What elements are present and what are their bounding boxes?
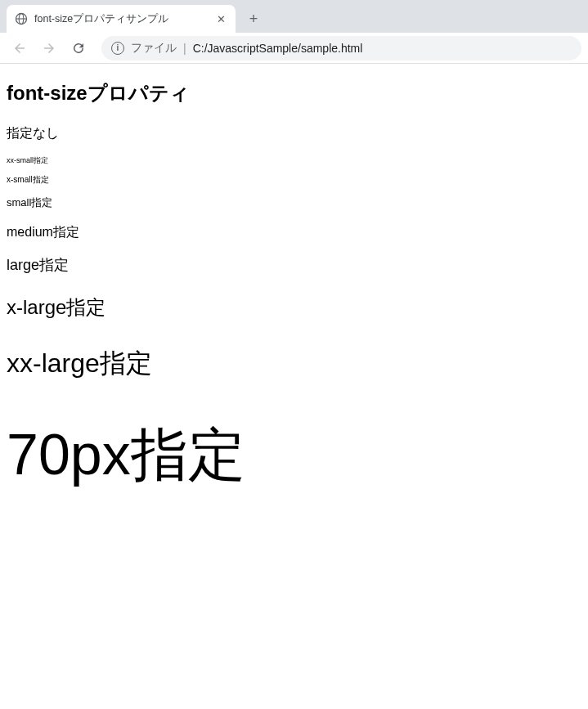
address-bar[interactable]: i ファイル | C:/JavascriptSample/sample.html <box>101 36 581 61</box>
page-heading: font-sizeプロパティ <box>7 80 581 106</box>
toolbar: i ファイル | C:/JavascriptSample/sample.html <box>0 33 588 64</box>
tab-title: font-sizeプロパティサンプル <box>34 12 208 26</box>
sample-x-small: x-small指定 <box>7 174 581 186</box>
sample-xx-large: xx-large指定 <box>7 345 581 382</box>
sample-large: large指定 <box>7 255 581 276</box>
font-samples: 指定なし xx-small指定 x-small指定 small指定 medium… <box>7 124 581 495</box>
sample-medium: medium指定 <box>7 223 581 241</box>
address-path: C:/JavascriptSample/sample.html <box>193 42 363 55</box>
sample-xx-small: xx-small指定 <box>7 155 581 166</box>
sample-x-large: x-large指定 <box>7 294 581 321</box>
sample-70px: 70px指定 <box>7 415 581 495</box>
browser-tab[interactable]: font-sizeプロパティサンプル ✕ <box>7 5 236 33</box>
back-button[interactable] <box>7 35 33 61</box>
address-separator: | <box>183 42 186 55</box>
sample-small: small指定 <box>7 195 581 210</box>
forward-button[interactable] <box>36 35 62 61</box>
address-prefix: ファイル <box>131 41 177 56</box>
tab-strip: font-sizeプロパティサンプル ✕ + <box>0 0 588 33</box>
sample-default: 指定なし <box>7 124 581 142</box>
reload-button[interactable] <box>65 35 92 61</box>
new-tab-button[interactable]: + <box>242 7 265 30</box>
globe-icon <box>15 12 28 25</box>
page-content: font-sizeプロパティ 指定なし xx-small指定 x-small指定… <box>0 64 588 514</box>
close-icon[interactable]: ✕ <box>214 12 227 25</box>
info-icon[interactable]: i <box>111 42 124 55</box>
